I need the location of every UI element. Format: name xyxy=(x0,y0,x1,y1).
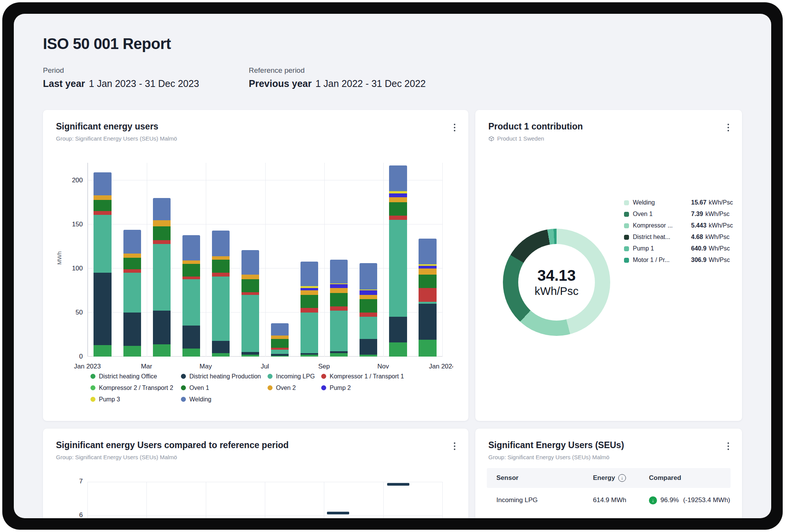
bar-segment xyxy=(241,275,259,279)
x-tick-label: Nov xyxy=(378,363,389,370)
bar-segment xyxy=(389,216,407,220)
bar-segment xyxy=(389,191,407,194)
legend-value: 4.68 xyxy=(691,234,703,241)
page-title: ISO 50 001 Report xyxy=(43,35,742,52)
y-tick-label: 150 xyxy=(56,221,83,228)
legend-item[interactable]: Incoming LPG xyxy=(268,372,321,381)
legend-item[interactable]: Pump 2 xyxy=(321,383,404,392)
legend-value: 306.9 xyxy=(691,257,706,264)
legend-value: 640.9 xyxy=(691,245,706,252)
legend-color-dot xyxy=(624,212,629,217)
bar-segment xyxy=(360,263,377,290)
donut-legend-item[interactable]: Oven 17.39kWh/Psc xyxy=(624,210,733,218)
bar-mar[interactable] xyxy=(153,198,171,357)
bar-jun[interactable] xyxy=(241,250,259,357)
legend-label: Incoming LPG xyxy=(276,373,315,380)
data-dash[interactable] xyxy=(327,512,349,514)
bar-jul[interactable] xyxy=(271,323,289,357)
reference-period-value[interactable]: Previous year1 Jan 2022 - 31 Dec 2022 xyxy=(249,78,426,89)
bar-apr[interactable] xyxy=(182,235,200,357)
donut-legend-item[interactable]: Kompressor ...5.443kWh/Psc xyxy=(624,222,733,229)
bar-aug[interactable] xyxy=(301,262,318,357)
kebab-menu-icon[interactable] xyxy=(451,440,458,452)
bar-segment xyxy=(94,172,111,195)
legend-color-dot xyxy=(90,397,95,402)
col-header-sensor[interactable]: Sensor xyxy=(496,474,593,482)
bar-segment xyxy=(330,293,348,306)
legend-item[interactable]: Welding xyxy=(181,395,268,404)
legend-label: District heating Office xyxy=(99,373,157,380)
bar-segment xyxy=(212,260,230,273)
col-header-energy[interactable]: Energy ↓ xyxy=(593,474,649,482)
donut-legend-item[interactable]: Welding15.67kWh/Psc xyxy=(624,199,733,206)
card-subtitle: Group: Significant Energy Users (SEUs) M… xyxy=(56,454,289,460)
cell-energy: 614.9 MWh xyxy=(593,496,649,504)
legend-color-dot xyxy=(624,223,629,228)
sort-descending-icon[interactable]: ↓ xyxy=(618,474,626,482)
bar-sep[interactable] xyxy=(330,260,348,357)
x-tick-label: Mar xyxy=(141,363,152,370)
bar-segment xyxy=(123,273,141,312)
donut-center-unit: kWh/Psc xyxy=(535,285,578,298)
kebab-menu-icon[interactable] xyxy=(451,121,458,134)
bar-segment xyxy=(153,198,171,220)
bar-segment xyxy=(94,345,111,357)
bar-segment xyxy=(212,277,230,341)
card-subtitle: Group: Significant Energy Users (SEUs) M… xyxy=(488,454,624,460)
bar-segment xyxy=(360,317,377,339)
bar-oct[interactable] xyxy=(360,263,377,357)
donut-legend-item[interactable]: Pump 1640.9Wh/Psc xyxy=(624,245,733,252)
legend-item[interactable]: District heating Production xyxy=(181,372,268,381)
kebab-menu-icon[interactable] xyxy=(724,440,732,452)
legend-color-dot xyxy=(181,385,186,390)
bar-segment xyxy=(182,260,200,264)
reference-period-block: Reference period Previous year1 Jan 2022… xyxy=(249,66,426,89)
legend-color-dot xyxy=(268,374,273,379)
donut-ring[interactable]: 34.13 kWh/Psc xyxy=(503,229,610,336)
dashboard-page: ISO 50 001 Report Period Last year1 Jan … xyxy=(14,14,771,518)
legend-color-dot xyxy=(321,385,326,390)
table-row[interactable]: Incoming LPG 614.9 MWh ↓ 96.9% (-19253.4… xyxy=(487,488,731,512)
legend-unit: kWh/Psc xyxy=(709,199,733,206)
card-title: Significant energy users xyxy=(56,121,177,132)
bar-segment xyxy=(212,273,230,276)
legend-color-dot xyxy=(624,258,629,263)
period-bar: Period Last year1 Jan 2023 - 31 Dec 2023… xyxy=(43,66,742,89)
legend-item[interactable]: Kompressor 1 / Transport 1 xyxy=(321,372,404,381)
legend-item[interactable]: Oven 1 xyxy=(181,383,268,392)
gridline xyxy=(265,482,265,518)
bar-segment xyxy=(360,355,377,357)
bar-nov[interactable] xyxy=(389,165,407,357)
data-dash[interactable] xyxy=(387,483,409,486)
period-name: Last year xyxy=(43,78,85,89)
bar-segment xyxy=(360,299,377,312)
col-header-compared[interactable]: Compared xyxy=(649,474,731,482)
app-window-frame: ISO 50 001 Report Period Last year1 Jan … xyxy=(2,2,783,530)
legend-item[interactable]: District heating Office xyxy=(90,372,181,381)
legend-item[interactable]: Pump 3 xyxy=(90,395,181,404)
legend-color-dot xyxy=(181,374,186,379)
kebab-menu-icon[interactable] xyxy=(724,121,732,134)
bar-dec[interactable] xyxy=(419,239,436,357)
legend-color-dot xyxy=(624,200,629,205)
bar-segment xyxy=(241,352,259,355)
gridline xyxy=(147,163,147,357)
bar-feb[interactable] xyxy=(123,230,141,357)
table-header-row: Sensor Energy ↓ Compared xyxy=(487,468,731,488)
legend-label: Oven 1 xyxy=(189,385,209,391)
legend-value: 5.443 xyxy=(691,222,706,229)
bar-segment xyxy=(123,313,141,346)
donut-legend-item[interactable]: District heat...4.68kWh/Psc xyxy=(624,233,733,241)
legend-unit: Wh/Psc xyxy=(709,257,730,264)
compare-plot-area xyxy=(87,482,442,518)
donut-legend-item[interactable]: Motor 1 / Pr...306.9Wh/Psc xyxy=(624,256,733,264)
bar-segment xyxy=(419,288,436,302)
legend-item[interactable]: Kompressor 2 / Transport 2 xyxy=(90,383,181,392)
bar-segment xyxy=(182,349,200,357)
bar-segment xyxy=(389,317,407,342)
bar-jan-2023[interactable] xyxy=(94,172,111,357)
bar-may[interactable] xyxy=(212,231,230,357)
legend-item[interactable]: Oven 2 xyxy=(268,383,321,392)
period-value[interactable]: Last year1 Jan 2023 - 31 Dec 2023 xyxy=(43,78,249,89)
bar-segment xyxy=(271,356,289,357)
